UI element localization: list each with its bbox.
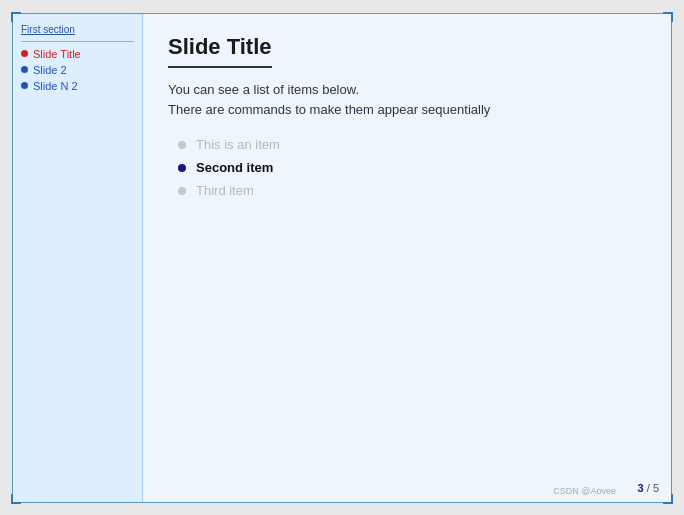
- slide-body: You can see a list of items below. There…: [168, 80, 646, 122]
- sidebar-label-slide-title: Slide Title: [33, 48, 81, 60]
- sidebar-item-slide2[interactable]: Slide 2: [21, 64, 134, 76]
- sidebar-label-sliden2: Slide N 2: [33, 80, 78, 92]
- corner-bl: [11, 494, 21, 504]
- sidebar-label-slide2: Slide 2: [33, 64, 67, 76]
- sidebar-item-slide-title[interactable]: Slide Title: [21, 48, 134, 60]
- body-line2: There are commands to make them appear s…: [168, 100, 646, 121]
- sidebar: First section Slide Title Slide 2 Slide …: [13, 14, 143, 502]
- slide-container: First section Slide Title Slide 2 Slide …: [12, 13, 672, 503]
- watermark: CSDN @Aovee: [553, 486, 616, 496]
- list-bullet-3: [178, 187, 186, 195]
- slide-title: Slide Title: [168, 34, 272, 68]
- list-text-2: Second item: [196, 160, 273, 175]
- list-text-3: Third item: [196, 183, 254, 198]
- list-bullet-1: [178, 141, 186, 149]
- list-text-1: This is an item: [196, 137, 280, 152]
- bullet-icon-slide2: [21, 66, 28, 73]
- list-item-1: This is an item: [178, 137, 646, 152]
- sidebar-section-label: First section: [21, 24, 134, 35]
- main-content: Slide Title You can see a list of items …: [143, 14, 671, 502]
- items-list: This is an item Second item Third item: [168, 137, 646, 198]
- bullet-icon-slide-title: [21, 50, 28, 57]
- page-total: 5: [653, 482, 659, 494]
- body-line1: You can see a list of items below.: [168, 80, 646, 101]
- page-separator: /: [647, 482, 650, 494]
- sidebar-item-sliden2[interactable]: Slide N 2: [21, 80, 134, 92]
- list-bullet-2: [178, 164, 186, 172]
- list-item-2: Second item: [178, 160, 646, 175]
- list-item-3: Third item: [178, 183, 646, 198]
- bullet-icon-sliden2: [21, 82, 28, 89]
- sidebar-divider: [21, 41, 134, 42]
- page-number: 3 / 5: [638, 482, 659, 494]
- page-current: 3: [638, 482, 644, 494]
- corner-tl: [11, 12, 21, 22]
